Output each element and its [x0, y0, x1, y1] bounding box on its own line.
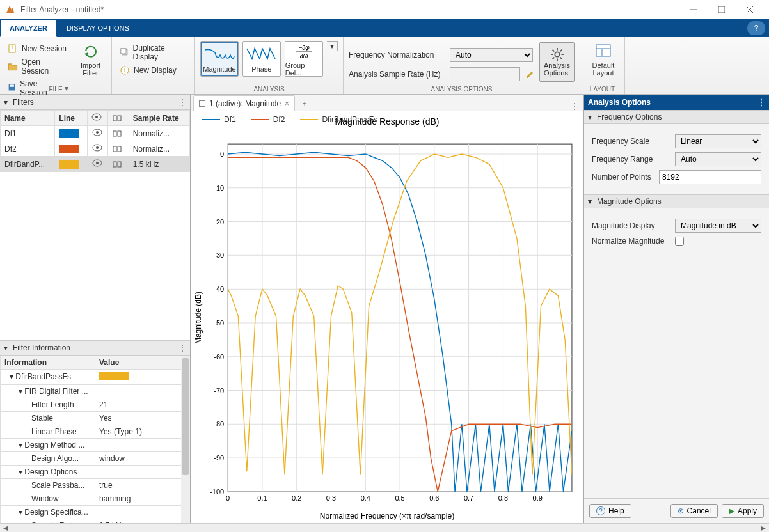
minimize-button[interactable]	[679, 1, 708, 19]
tab-analyzer[interactable]: ANALYZER	[0, 19, 57, 37]
analysis-phase-button[interactable]: Phase	[242, 41, 281, 77]
filter-info-title: Filter Information	[13, 343, 70, 352]
col-overlay[interactable]	[108, 111, 129, 126]
freq-range-select[interactable]: Auto	[675, 152, 761, 166]
info-row[interactable]: Linear PhaseYes (Type 1)	[1, 425, 190, 438]
ribbon-tab-strip: ANALYZER DISPLAY OPTIONS ?	[0, 19, 769, 37]
info-row[interactable]: ▾ Design Specifica...	[1, 505, 190, 519]
col-line[interactable]: Line	[55, 111, 87, 126]
freq-normalization-row: Frequency Normalization Auto	[349, 48, 535, 62]
info-row[interactable]: StableYes	[1, 411, 190, 425]
filter-row[interactable]: Df2 Normaliz...	[1, 141, 190, 157]
new-session-button[interactable]: +New Session	[5, 42, 71, 55]
svg-line-23	[560, 50, 562, 52]
help-button[interactable]: ?Help	[589, 504, 631, 518]
legend-label: DfirBandPassFs	[322, 115, 377, 124]
normalize-checkbox[interactable]	[675, 237, 684, 246]
document-tab[interactable]: 1 (active): Magnitude ×	[193, 95, 295, 111]
filter-color-swatch[interactable]	[55, 157, 87, 172]
new-display-button[interactable]: +New Display	[117, 64, 189, 77]
scroll-left-icon[interactable]: ◀	[1, 524, 10, 532]
duplicate-display-button[interactable]: Duplicate Display	[117, 42, 189, 63]
svg-text:+: +	[123, 66, 127, 74]
col-name[interactable]: Name	[1, 111, 55, 126]
filter-color-swatch[interactable]	[55, 141, 87, 157]
cancel-button[interactable]: ⊗Cancel	[670, 504, 718, 518]
info-row[interactable]: Sample Rate1.5 kHz	[1, 519, 190, 523]
filter-visibility-toggle[interactable]	[87, 157, 107, 172]
analysis-options-button[interactable]: Analysis Options	[539, 42, 575, 82]
filter-row[interactable]: DfirBandP... 1.5 kHz	[1, 157, 190, 172]
maximize-button[interactable]	[708, 1, 736, 19]
info-row[interactable]: Windowhamming	[1, 492, 190, 505]
left-sidebar: ▾ Filters ⋮ Name Line Sample Rate Df1 No…	[0, 95, 191, 523]
info-row[interactable]: ▾ DfirBandPassFs	[1, 369, 190, 384]
analysis-group-delay-button[interactable]: −∂φ∂ω Group Del...	[285, 41, 323, 77]
info-key: ▾ FIR Digital Filter ...	[1, 384, 95, 398]
phase-label: Phase	[251, 65, 271, 73]
filter-info-header[interactable]: ▾ Filter Information ⋮	[0, 340, 190, 356]
close-button[interactable]	[736, 1, 764, 19]
normalize-label: Normalize Magnitude	[592, 237, 675, 246]
help-bubble-button[interactable]: ?	[747, 21, 765, 35]
open-session-button[interactable]: Open Session	[5, 56, 71, 77]
legend-line	[300, 119, 318, 120]
frequency-options-header[interactable]: ▾Frequency Options	[584, 110, 769, 124]
freq-normalization-select[interactable]: Auto	[450, 48, 533, 62]
info-scrollbar[interactable]	[181, 356, 190, 524]
col-samplerate[interactable]: Sample Rate	[129, 111, 189, 126]
plot-area[interactable]: Df1Df2DfirBandPassFs Magnitude Response …	[191, 111, 583, 523]
help-label: Help	[608, 506, 624, 515]
magnitude-options-label: Magnitude Options	[597, 197, 662, 206]
svg-text:Magnitude (dB): Magnitude (dB)	[194, 292, 203, 344]
svg-point-36	[96, 146, 99, 149]
sample-rate-input	[450, 67, 520, 81]
add-tab-button[interactable]: +	[297, 97, 312, 111]
info-row[interactable]: ▾ Design Method ...	[1, 438, 190, 451]
filter-overlay-toggle[interactable]	[108, 141, 129, 157]
filter-overlay-toggle[interactable]	[108, 126, 129, 141]
scroll-right-icon[interactable]: ▶	[759, 524, 768, 532]
cancel-label: Cancel	[687, 506, 711, 515]
help-icon: ?	[596, 506, 605, 515]
filter-visibility-toggle[interactable]	[87, 141, 107, 157]
svg-text:0.4: 0.4	[361, 494, 370, 502]
svg-text:-50: -50	[214, 319, 224, 327]
info-value: window	[95, 451, 190, 465]
freq-scale-select[interactable]: Linear	[675, 134, 761, 148]
svg-text:-10: -10	[214, 184, 224, 192]
default-layout-button[interactable]: Default Layout	[585, 40, 621, 79]
tab-close-button[interactable]: ×	[285, 99, 289, 108]
info-row[interactable]: ▾ FIR Digital Filter ...	[1, 384, 190, 398]
col-view[interactable]	[87, 111, 107, 126]
legend-item: Df1	[202, 115, 236, 124]
import-filter-button[interactable]: Import Filter	[75, 40, 106, 79]
apply-button[interactable]: ▶Apply	[722, 504, 764, 518]
analysis-magnitude-button[interactable]: Magnitude	[200, 41, 239, 77]
analysis-options-menu[interactable]: ⋮	[757, 98, 765, 107]
filter-row[interactable]: Df1 Normaliz...	[1, 126, 190, 141]
analysis-gallery-dropdown[interactable]: ▾	[327, 41, 338, 51]
filter-info-menu[interactable]: ⋮	[178, 343, 186, 352]
freq-range-label: Frequency Range	[592, 155, 675, 164]
document-tabstrip: 1 (active): Magnitude × + ⋮	[191, 95, 583, 111]
edit-icon[interactable]	[525, 69, 535, 79]
document-tabs-menu[interactable]: ⋮	[566, 102, 583, 111]
magnitude-options-header[interactable]: ▾Magnitude Options	[584, 194, 769, 208]
info-row[interactable]: ▾ Design Options	[1, 465, 190, 478]
npoints-input[interactable]	[659, 170, 761, 184]
tab-display-options[interactable]: DISPLAY OPTIONS	[57, 19, 139, 37]
info-row[interactable]: Design Algo...window	[1, 451, 190, 465]
filter-color-swatch[interactable]	[55, 126, 87, 141]
filter-visibility-toggle[interactable]	[87, 126, 107, 141]
col-value[interactable]: Value	[95, 356, 190, 369]
info-row[interactable]: Scale Passba...true	[1, 478, 190, 492]
bottom-scrollbar[interactable]: ◀ ▶	[0, 523, 769, 532]
filters-panel-menu[interactable]: ⋮	[178, 98, 186, 107]
window-title: Filter Analyzer - untitled*	[20, 5, 679, 14]
import-filter-label: Import Filter	[81, 61, 100, 77]
filter-overlay-toggle[interactable]	[108, 157, 129, 172]
info-row[interactable]: Filter Length21	[1, 398, 190, 411]
mag-display-select[interactable]: Magnitude in dB	[675, 219, 761, 233]
col-info[interactable]: Information	[1, 356, 95, 369]
